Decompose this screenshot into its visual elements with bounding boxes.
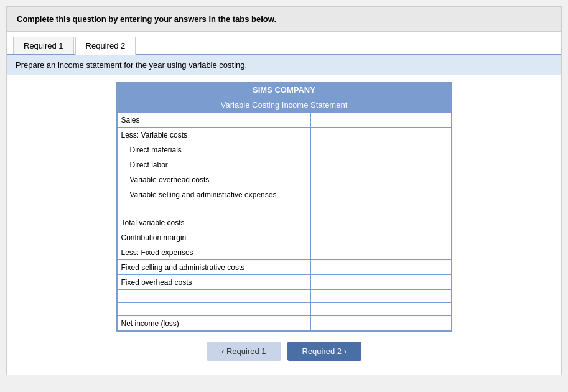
- tab-required2[interactable]: Required 2: [75, 37, 136, 55]
- table-row: Variable selling and administrative expe…: [117, 187, 451, 202]
- input-lessvarcosts-mid[interactable]: [315, 131, 377, 139]
- row-label-empty3: [117, 303, 310, 316]
- tabs-row: Required 1 Required 2: [7, 32, 561, 55]
- row-right-lessvarcosts[interactable]: [381, 128, 451, 142]
- row-label-fixedselladmin: Fixed selling and administrative costs: [117, 260, 310, 275]
- row-right-lessfixed[interactable]: [381, 245, 451, 260]
- tab-required1[interactable]: Required 1: [13, 37, 74, 54]
- row-mid-sales[interactable]: [310, 113, 381, 128]
- input-lessfixed-mid[interactable]: [315, 248, 377, 257]
- table-row: Contribution margin: [117, 230, 451, 245]
- input-netincome-right[interactable]: [385, 319, 447, 328]
- chevron-right-icon: ›: [344, 347, 347, 356]
- input-contribmargin-mid[interactable]: [315, 233, 377, 242]
- table-row: Fixed selling and administrative costs: [117, 260, 451, 275]
- row-right-contribmargin[interactable]: [381, 230, 451, 245]
- table-row-empty3: [117, 303, 451, 316]
- row-mid-directmaterials[interactable]: [310, 142, 381, 157]
- input-fixedselladmin-right[interactable]: [385, 263, 447, 272]
- table-row: Direct labor: [117, 157, 451, 172]
- row-right-directmaterials[interactable]: [381, 142, 451, 157]
- row-mid-netincome[interactable]: [310, 316, 381, 331]
- prev-label: Required 1: [226, 347, 266, 356]
- input-varselladmin-mid[interactable]: [315, 190, 377, 199]
- input-varovh-right[interactable]: [385, 175, 447, 184]
- input-empty1-mid[interactable]: [315, 204, 377, 213]
- row-mid-empty2[interactable]: [310, 290, 381, 303]
- row-right-fixedselladmin[interactable]: [381, 260, 451, 275]
- row-mid-totalvarcosts[interactable]: [310, 215, 381, 230]
- row-right-sales[interactable]: [381, 113, 451, 128]
- statement-title: Variable Costing Income Statement: [117, 98, 452, 112]
- table-row: Sales: [117, 113, 451, 128]
- input-fixedovh-mid[interactable]: [315, 278, 377, 287]
- table-row: Variable overhead costs: [117, 172, 451, 187]
- input-totalvarcosts-right[interactable]: [385, 218, 447, 227]
- row-right-empty3[interactable]: [381, 303, 451, 316]
- input-sales-mid[interactable]: [315, 116, 377, 124]
- input-empty2-right[interactable]: [385, 292, 447, 301]
- row-right-empty2[interactable]: [381, 290, 451, 303]
- row-mid-empty3[interactable]: [310, 303, 381, 316]
- row-label-contribmargin: Contribution margin: [117, 230, 310, 245]
- row-mid-empty1[interactable]: [310, 202, 381, 215]
- input-totalvarcosts-mid[interactable]: [315, 218, 377, 227]
- table-row: Fixed overhead costs: [117, 275, 451, 290]
- input-empty3-mid[interactable]: [315, 305, 377, 314]
- main-container: Complete this question by entering your …: [6, 6, 562, 375]
- row-right-netincome[interactable]: [381, 316, 451, 331]
- row-mid-varovh[interactable]: [310, 172, 381, 187]
- input-contribmargin-right[interactable]: [385, 233, 447, 242]
- row-mid-lessvarcosts[interactable]: [310, 128, 381, 142]
- income-table: Sales Less: Variable costs Direct materi…: [117, 112, 452, 331]
- input-directmaterials-right[interactable]: [385, 146, 447, 154]
- row-label-empty1: [117, 202, 310, 215]
- input-netincome-mid[interactable]: [315, 319, 377, 328]
- row-mid-contribmargin[interactable]: [310, 230, 381, 245]
- table-row-empty2: [117, 290, 451, 303]
- description-text: Prepare an income statement for the year…: [16, 60, 247, 70]
- input-varovh-mid[interactable]: [315, 175, 377, 184]
- row-mid-varselladmin[interactable]: [310, 187, 381, 202]
- chevron-left-icon: ‹: [221, 347, 226, 356]
- input-lessvarcosts-right[interactable]: [385, 131, 447, 139]
- row-mid-lessfixed[interactable]: [310, 245, 381, 260]
- row-label-directlabor: Direct labor: [117, 157, 310, 172]
- prev-button[interactable]: ‹ Required 1: [207, 342, 281, 361]
- input-empty2-mid[interactable]: [315, 292, 377, 301]
- row-right-varselladmin[interactable]: [381, 187, 451, 202]
- row-label-netincome: Net income (loss): [117, 316, 310, 331]
- row-label-fixedovh: Fixed overhead costs: [117, 275, 310, 290]
- row-label-lessfixed: Less: Fixed expenses: [117, 245, 310, 260]
- input-empty1-right[interactable]: [385, 204, 447, 213]
- row-right-empty1[interactable]: [381, 202, 451, 215]
- input-fixedovh-right[interactable]: [385, 278, 447, 287]
- row-label-lessvarcosts: Less: Variable costs: [117, 128, 310, 142]
- row-label-varselladmin: Variable selling and administrative expe…: [117, 187, 310, 202]
- row-label-varovh: Variable overhead costs: [117, 172, 310, 187]
- next-button[interactable]: Required 2 ›: [287, 342, 362, 361]
- input-fixedselladmin-mid[interactable]: [315, 263, 377, 272]
- instruction-bar: Complete this question by entering your …: [7, 7, 561, 32]
- input-lessfixed-right[interactable]: [385, 248, 447, 257]
- next-label: Required 2: [302, 347, 344, 356]
- row-right-varovh[interactable]: [381, 172, 451, 187]
- row-right-totalvarcosts[interactable]: [381, 215, 451, 230]
- input-varselladmin-right[interactable]: [385, 190, 447, 199]
- row-mid-fixedovh[interactable]: [310, 275, 381, 290]
- input-directlabor-mid[interactable]: [315, 161, 377, 169]
- row-mid-directlabor[interactable]: [310, 157, 381, 172]
- table-row: Direct materials: [117, 142, 451, 157]
- content-area: SIMS COMPANY Variable Costing Income Sta…: [7, 75, 561, 375]
- row-right-directlabor[interactable]: [381, 157, 451, 172]
- company-name: SIMS COMPANY: [117, 82, 452, 98]
- row-right-fixedovh[interactable]: [381, 275, 451, 290]
- input-empty3-right[interactable]: [385, 305, 447, 314]
- row-mid-fixedselladmin[interactable]: [310, 260, 381, 275]
- input-directmaterials-mid[interactable]: [315, 146, 377, 154]
- input-directlabor-right[interactable]: [385, 161, 447, 169]
- nav-buttons: ‹ Required 1 Required 2 ›: [16, 332, 552, 368]
- input-sales-right[interactable]: [385, 116, 447, 124]
- table-row-empty1: [117, 202, 451, 215]
- table-row: Net income (loss): [117, 316, 451, 331]
